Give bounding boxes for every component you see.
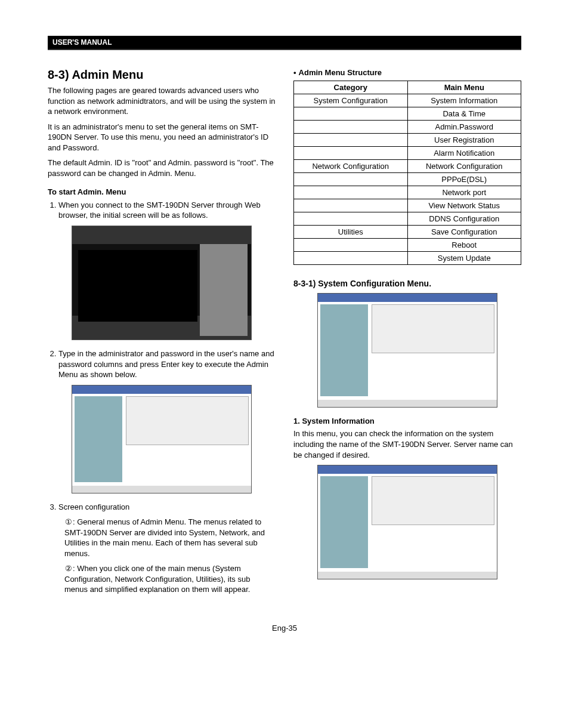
table-row: PPPoE(DSL)	[294, 173, 521, 186]
intro-para-3: The default Admin. ID is "root" and Admi…	[48, 158, 276, 178]
cell-menu: Alarm Notification	[407, 147, 521, 160]
admin-menu-structure-heading: Admin Menu Structure	[293, 68, 521, 77]
screenshot-statusbar	[318, 572, 497, 579]
sysinfo-text: In this menu, you can check the informat…	[293, 428, 521, 460]
cell-menu: System Information	[407, 94, 521, 107]
sysinfo-heading: 1. System Information	[293, 416, 521, 427]
screenshot-content	[372, 304, 494, 353]
screenshot-titlebar	[318, 465, 497, 474]
steps-list-cont: Type in the administrator and password i…	[48, 348, 276, 380]
cell-cat	[294, 134, 408, 147]
table-row: DDNS Configuration	[294, 212, 521, 226]
circled-1-icon: ①	[64, 517, 73, 528]
screenshot-sysconfig-menu	[317, 293, 497, 408]
screenshot-admin-menu	[72, 385, 252, 493]
cell-cat	[294, 186, 408, 199]
cell-cat	[294, 107, 408, 121]
manual-header: USER'S MANUAL	[48, 36, 521, 49]
screenshot-statusbar	[318, 400, 497, 407]
cell-menu: Admin.Password	[407, 121, 521, 134]
table-row: Data & Time	[294, 107, 521, 121]
screenshot-side-panel	[200, 244, 248, 336]
circled-2-icon: ②	[64, 563, 73, 574]
screenshot-sysinfo	[317, 465, 497, 579]
screenshot-titlebar	[318, 294, 497, 302]
circled-1-row: ①: General menus of Admin Menu. The menu…	[64, 517, 276, 559]
start-heading: To start Admin. Menu	[48, 187, 276, 198]
table-row: UtilitiesSave Configuration	[294, 226, 521, 239]
header-rule	[48, 49, 521, 50]
step-3: Screen configuration	[58, 502, 276, 513]
table-row: Admin.Password	[294, 121, 521, 134]
table-row: System ConfigurationSystem Information	[294, 94, 521, 107]
cell-menu: User Registration	[407, 134, 521, 147]
screenshot-statusbar	[72, 486, 251, 493]
table-row: Network ConfigurationNetwork Configurati…	[294, 160, 521, 173]
cell-menu: Network Configuration	[407, 160, 521, 173]
table-row: User Registration	[294, 134, 521, 147]
cell-cat: System Configuration	[294, 94, 408, 107]
two-column-layout: 8-3) Admin Menu The following pages are …	[48, 68, 521, 600]
section-831-heading: 8-3-1) System Configuration Menu.	[293, 278, 521, 289]
cell-cat	[294, 173, 408, 186]
cell-menu: Save Configuration	[407, 226, 521, 239]
screenshot-titlebar	[72, 385, 251, 394]
cell-cat: Utilities	[294, 226, 408, 239]
cell-cat: Network Configuration	[294, 160, 408, 173]
screenshot-content	[126, 396, 249, 445]
table-row: Network port	[294, 186, 521, 199]
cell-cat	[294, 252, 408, 265]
screenshot-initial-web	[72, 226, 252, 340]
th-category: Category	[294, 81, 408, 94]
page-number: Eng-35	[48, 624, 521, 633]
step-1: When you connect to the SMT-190DN Server…	[58, 200, 276, 221]
intro-para-1: The following pages are geared towards a…	[48, 85, 276, 117]
cell-menu: Reboot	[407, 239, 521, 252]
table-row: System Update	[294, 252, 521, 265]
intro-para-2: It is an administrator's menu to set the…	[48, 122, 276, 153]
th-main-menu: Main Menu	[407, 81, 521, 94]
screenshot-sidebar	[75, 396, 122, 482]
table-row: Alarm Notification	[294, 147, 521, 160]
cell-cat	[294, 239, 408, 252]
right-column: Admin Menu Structure Category Main Menu …	[293, 68, 521, 600]
table-row: View Network Status	[294, 199, 521, 212]
table-row: Reboot	[294, 239, 521, 252]
circled-1-text: : General menus of Admin Menu. The menus…	[64, 517, 265, 558]
steps-list-cont2: Screen configuration	[48, 502, 276, 513]
circled-2-row: ②: When you click one of the main menus …	[64, 563, 276, 595]
cell-cat	[294, 212, 408, 226]
screenshot-sidebar	[320, 476, 368, 568]
cell-menu: DDNS Configuration	[407, 212, 521, 226]
cell-cat	[294, 147, 408, 160]
step-2: Type in the administrator and password i…	[58, 348, 276, 380]
cell-menu: Network port	[407, 186, 521, 199]
circled-2-text: : When you click one of the main menus (…	[64, 564, 250, 594]
left-column: 8-3) Admin Menu The following pages are …	[48, 68, 276, 600]
cell-menu: View Network Status	[407, 199, 521, 212]
cell-menu: System Update	[407, 252, 521, 265]
screenshot-content	[372, 476, 494, 525]
section-title: 8-3) Admin Menu	[48, 68, 276, 82]
screenshot-sidebar	[320, 304, 368, 396]
cell-menu: Data & Time	[407, 107, 521, 121]
menu-structure-table: Category Main Menu System ConfigurationS…	[293, 81, 521, 265]
steps-list: When you connect to the SMT-190DN Server…	[48, 200, 276, 221]
screenshot-camera-grid	[78, 250, 197, 322]
cell-cat	[294, 121, 408, 134]
cell-menu: PPPoE(DSL)	[407, 173, 521, 186]
screen-config-details: ①: General menus of Admin Menu. The menu…	[64, 517, 276, 595]
cell-cat	[294, 199, 408, 212]
